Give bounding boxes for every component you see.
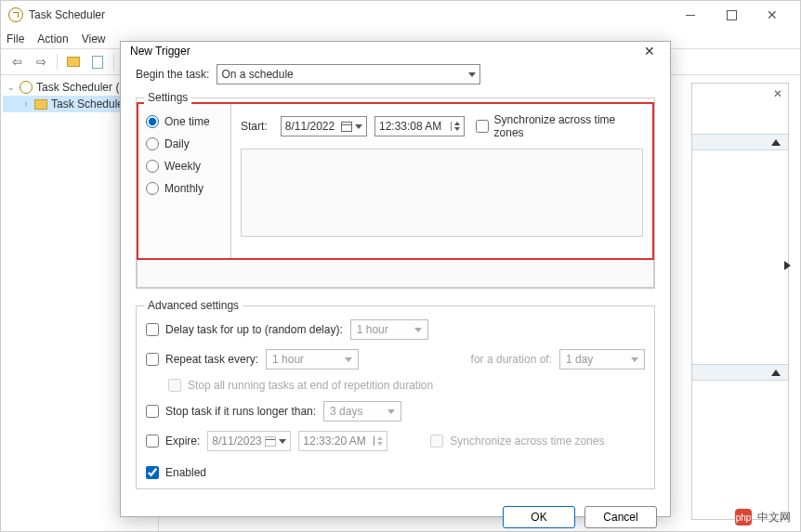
main-window: Task Scheduler ✕ File Action View ⇦ ⇨ ? … bbox=[0, 0, 801, 532]
minimize-button[interactable] bbox=[670, 1, 711, 29]
folder-icon bbox=[34, 99, 47, 110]
menu-action[interactable]: Action bbox=[37, 32, 68, 45]
chevron-down-icon bbox=[387, 409, 395, 414]
start-time-value: 12:33:08 AM bbox=[379, 120, 441, 133]
calendar-icon bbox=[341, 122, 352, 132]
folder-icon bbox=[67, 57, 80, 67]
sync-tz-checkbox[interactable] bbox=[476, 120, 489, 133]
expand-right-icon[interactable] bbox=[784, 261, 791, 270]
cancel-button[interactable]: Cancel bbox=[584, 506, 657, 528]
delay-checkbox[interactable] bbox=[146, 323, 159, 336]
toolbar-separator bbox=[113, 54, 114, 71]
time-spinner[interactable] bbox=[451, 122, 460, 131]
delay-checkbox-label[interactable]: Delay task for up to (random delay): bbox=[146, 323, 343, 336]
expire-time-value: 12:33:20 AM bbox=[303, 435, 365, 448]
delay-text: Delay task for up to (random delay): bbox=[165, 323, 343, 336]
begin-task-select[interactable]: On a schedule bbox=[217, 64, 480, 84]
stop-running-checkbox bbox=[168, 379, 181, 392]
duration-select[interactable]: 1 day bbox=[559, 349, 645, 370]
spin-down-icon bbox=[454, 127, 460, 131]
stop-if-select[interactable]: 3 days bbox=[323, 401, 401, 422]
freq-weekly[interactable]: Weekly bbox=[146, 160, 223, 173]
chevron-down-icon bbox=[631, 357, 638, 362]
maximize-button[interactable] bbox=[711, 1, 752, 29]
new-trigger-dialog: New Trigger ✕ Begin the task: On a sched… bbox=[120, 41, 671, 517]
repeat-checkbox[interactable] bbox=[146, 353, 159, 366]
duration-value: 1 day bbox=[566, 353, 593, 366]
weekly-radio[interactable] bbox=[146, 160, 159, 173]
dialog-body: Begin the task: On a schedule Settings O… bbox=[121, 60, 670, 497]
tree-root-label: Task Scheduler (L bbox=[36, 81, 125, 94]
chevron-down-icon bbox=[414, 328, 422, 332]
start-date-input[interactable]: 8/11/2022 bbox=[281, 116, 367, 136]
duration-label: for a duration of: bbox=[471, 353, 552, 366]
one-time-radio[interactable] bbox=[146, 115, 159, 128]
expire-label[interactable]: Expire: bbox=[146, 435, 200, 448]
stop-if-row: Stop task if it runs longer than: 3 days bbox=[146, 401, 645, 422]
panel-band[interactable] bbox=[692, 364, 788, 381]
window-controls: ✕ bbox=[670, 1, 793, 29]
app-icon bbox=[8, 7, 23, 22]
monthly-radio[interactable] bbox=[146, 182, 159, 195]
stop-running-row: Stop all running tasks at end of repetit… bbox=[168, 379, 645, 392]
folder-button[interactable] bbox=[63, 52, 84, 72]
settings-fieldset: Settings One time Daily Wee bbox=[136, 97, 655, 289]
chevron-up-icon bbox=[771, 139, 781, 146]
dialog-titlebar: New Trigger ✕ bbox=[121, 42, 670, 60]
start-column: Start: 8/11/2022 12:33:08 AM bbox=[231, 104, 652, 258]
sync-tz-row[interactable]: Synchronize across time zones bbox=[476, 113, 643, 139]
enabled-row: Enabled bbox=[146, 466, 645, 479]
begin-task-value: On a schedule bbox=[221, 68, 293, 81]
repeat-row: Repeat task every: 1 hour for a duration… bbox=[146, 349, 645, 370]
expand-icon[interactable]: › bbox=[21, 99, 31, 109]
advanced-legend: Advanced settings bbox=[144, 299, 243, 312]
chevron-down-icon bbox=[279, 439, 286, 444]
start-time-input[interactable]: 12:33:08 AM bbox=[374, 116, 465, 136]
expire-date-input[interactable]: 8/11/2023 bbox=[207, 431, 291, 451]
watermark: php 中文网 bbox=[735, 509, 791, 526]
sheet-icon bbox=[92, 56, 103, 69]
delay-select[interactable]: 1 hour bbox=[350, 319, 428, 340]
stop-running-text: Stop all running tasks at end of repetit… bbox=[188, 379, 433, 392]
expire-time-input[interactable]: 12:33:20 AM bbox=[298, 431, 387, 451]
panel-band[interactable] bbox=[692, 134, 788, 150]
actions-panel: ✕ bbox=[691, 83, 789, 520]
toolbar-separator bbox=[57, 54, 58, 71]
begin-task-row: Begin the task: On a schedule bbox=[136, 64, 655, 84]
ok-button[interactable]: OK bbox=[503, 506, 575, 528]
monthly-label: Monthly bbox=[164, 182, 204, 195]
nav-forward-button[interactable]: ⇨ bbox=[31, 52, 51, 72]
enabled-checkbox[interactable] bbox=[146, 466, 159, 479]
menu-file[interactable]: File bbox=[7, 32, 24, 45]
panel-close-icon[interactable]: ✕ bbox=[773, 87, 782, 100]
stop-running-label: Stop all running tasks at end of repetit… bbox=[168, 379, 433, 392]
daily-radio[interactable] bbox=[146, 137, 159, 150]
repeat-checkbox-label[interactable]: Repeat task every: bbox=[146, 353, 258, 366]
frequency-column: One time Daily Weekly Monthly bbox=[138, 104, 231, 258]
chevron-down-icon bbox=[468, 72, 476, 77]
settings-legend: Settings bbox=[144, 91, 191, 104]
cancel-label: Cancel bbox=[603, 511, 637, 524]
expire-checkbox[interactable] bbox=[146, 435, 159, 448]
time-spinner[interactable] bbox=[374, 436, 383, 446]
collapse-icon[interactable]: ⌄ bbox=[7, 83, 16, 92]
dialog-buttons: OK Cancel bbox=[121, 497, 670, 532]
nav-back-button[interactable]: ⇦ bbox=[7, 52, 27, 72]
freq-one-time[interactable]: One time bbox=[146, 115, 223, 128]
chevron-down-icon bbox=[345, 357, 352, 362]
dialog-close-button[interactable]: ✕ bbox=[638, 42, 661, 60]
dialog-title: New Trigger bbox=[130, 45, 638, 58]
stop-if-label[interactable]: Stop task if it runs longer than: bbox=[146, 405, 316, 418]
menu-view[interactable]: View bbox=[82, 32, 106, 45]
enabled-label[interactable]: Enabled bbox=[146, 466, 206, 479]
delay-value: 1 hour bbox=[357, 323, 388, 336]
freq-daily[interactable]: Daily bbox=[146, 137, 223, 150]
properties-button[interactable] bbox=[87, 52, 108, 72]
stop-if-checkbox[interactable] bbox=[146, 405, 159, 418]
calendar-icon bbox=[265, 436, 276, 447]
repeat-text: Repeat task every: bbox=[165, 353, 258, 366]
freq-monthly[interactable]: Monthly bbox=[146, 182, 223, 195]
close-button[interactable]: ✕ bbox=[752, 1, 793, 29]
enabled-text: Enabled bbox=[165, 466, 206, 479]
repeat-select[interactable]: 1 hour bbox=[266, 349, 359, 370]
